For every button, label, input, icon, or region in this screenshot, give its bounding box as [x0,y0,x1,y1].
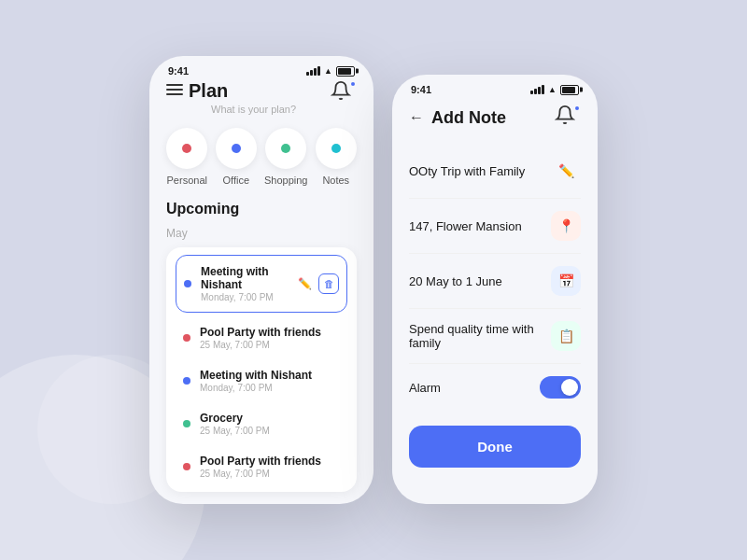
event-time-5: 25 May, 7:00 PM [200,469,340,479]
alarm-row: Alarm [409,364,581,411]
category-office[interactable]: Office [216,128,258,186]
delete-event-1[interactable]: 🗑 [318,273,339,294]
event-name-4: Grocery [200,412,340,425]
back-button[interactable]: ← Add Note [409,108,506,128]
left-phone: 9:41 ▲ Plan [149,56,374,504]
event-dot-1 [184,280,191,287]
notification-button-right[interactable] [555,105,581,131]
right-phone: 9:41 ▲ ← Add Note [392,75,598,504]
note-field-date[interactable]: 20 May to 1 June 📅 [409,254,581,309]
event-item-2[interactable]: Pool Party with friends 25 May, 7:00 PM [176,316,347,359]
notes-icon[interactable]: 📋 [551,321,581,351]
edit-event-1[interactable]: ✏️ [296,275,313,292]
event-text-5: Pool Party with friends 25 May, 7:00 PM [200,455,340,479]
category-personal-label: Personal [167,175,207,186]
event-text-1: Meeting with Nishant Monday, 7:00 PM [201,265,287,302]
event-item-3[interactable]: Meeting with Nishant Monday, 7:00 PM [176,359,347,402]
notification-button[interactable] [331,80,357,106]
note-field-desc[interactable]: Spend quality time with family 📋 [409,309,581,364]
event-name-3: Meeting with Nishant [200,369,340,382]
alarm-label: Alarm [409,381,441,395]
status-bar-right: 9:41 ▲ [392,75,598,99]
add-note-header: ← Add Note [392,99,598,140]
notification-dot-right [573,105,581,112]
date-value: 20 May to 1 June [409,274,502,288]
battery-icon-right [560,85,579,95]
event-dot-2 [183,334,190,342]
event-text-4: Grocery 25 May, 7:00 PM [200,412,340,436]
event-dot-4 [183,420,190,427]
time-left: 9:41 [168,65,189,77]
calendar-icon[interactable]: 📅 [551,266,581,296]
wifi-icon: ▲ [324,66,332,76]
event-time-1: Monday, 7:00 PM [201,292,287,302]
location-icon[interactable]: 📍 [551,211,581,241]
signal-icon-right [530,85,544,94]
page-subtitle: What is your plan? [211,104,296,115]
events-list: Meeting with Nishant Monday, 7:00 PM ✏️ … [166,247,357,492]
event-dot-5 [183,463,190,470]
note-field-trip[interactable]: OOty Trip with Family ✏️ [409,144,581,199]
note-field-address[interactable]: 147, Flower Mansion 📍 [409,199,581,254]
page-title: Plan [189,80,228,102]
event-actions-1: ✏️ 🗑 [296,273,339,294]
battery-icon [336,66,355,77]
wifi-icon-right: ▲ [548,85,557,94]
category-shopping-label: Shopping [264,175,308,186]
event-dot-3 [183,377,190,385]
categories-row: Personal Office Shopping [166,128,357,186]
address-value: 147, Flower Mansion [409,219,522,233]
status-bar-left: 9:41 ▲ [149,56,374,80]
category-notes[interactable]: Notes [316,128,358,186]
event-name-5: Pool Party with friends [200,455,340,468]
event-item-1[interactable]: Meeting with Nishant Monday, 7:00 PM ✏️ … [176,255,347,313]
category-notes-label: Notes [322,175,349,186]
status-icons-right: ▲ [530,85,579,95]
done-button[interactable]: Done [409,426,581,468]
category-personal[interactable]: Personal [166,128,208,186]
event-name-1: Meeting with Nishant [201,265,287,291]
event-item-4[interactable]: Grocery 25 May, 7:00 PM [176,402,347,445]
event-time-3: Monday, 7:00 PM [200,383,340,393]
category-office-label: Office [222,175,249,186]
add-note-title: Add Note [431,108,506,128]
event-time-4: 25 May, 7:00 PM [200,426,340,436]
edit-trip-icon[interactable]: ✏️ [551,156,581,186]
trip-name-value: OOty Trip with Family [409,164,525,178]
category-shopping[interactable]: Shopping [264,128,308,186]
note-fields: OOty Trip with Family ✏️ 147, Flower Man… [392,140,598,414]
desc-value: Spend quality time with family [409,322,551,350]
notification-dot [349,80,357,88]
status-icons-left: ▲ [306,66,355,77]
upcoming-title: Upcoming [166,201,357,217]
toggle-thumb [561,379,578,396]
event-name-2: Pool Party with friends [200,326,340,339]
signal-icon [306,66,320,76]
month-label: May [166,227,357,240]
event-text-3: Meeting with Nishant Monday, 7:00 PM [200,369,340,393]
menu-button[interactable] [166,80,183,99]
back-arrow-icon: ← [409,109,424,126]
time-right: 9:41 [411,84,431,95]
event-item-5[interactable]: Pool Party with friends 25 May, 7:00 PM [176,445,347,488]
event-time-2: 25 May, 7:00 PM [200,340,340,350]
alarm-toggle[interactable] [540,376,581,399]
event-text-2: Pool Party with friends 25 May, 7:00 PM [200,326,340,350]
